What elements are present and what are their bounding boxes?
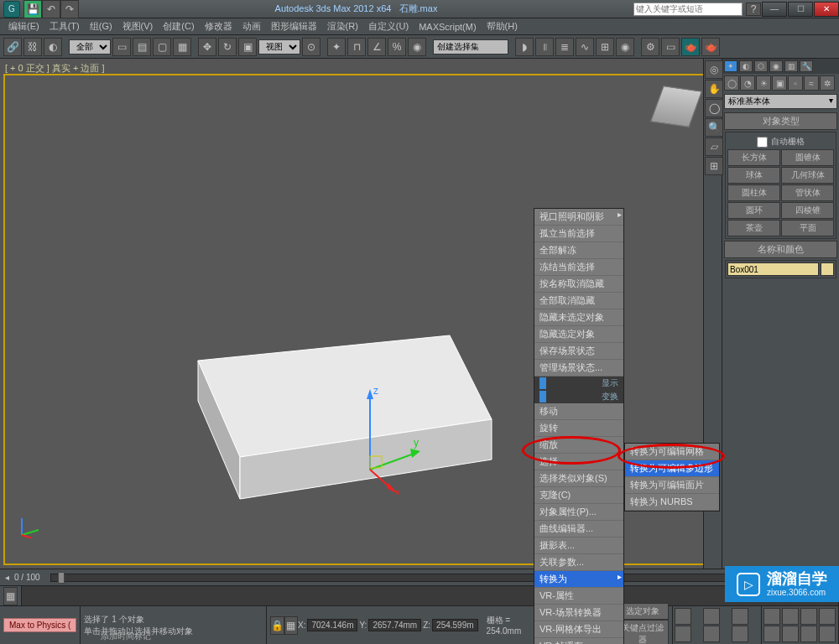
create-cameras-icon[interactable]: ▣ <box>772 75 787 91</box>
ctx-hide-unselected[interactable]: 隐藏未选定对象 <box>534 309 623 326</box>
render-setup-icon[interactable]: ⚙ <box>641 38 659 56</box>
panel-tab-display[interactable]: ▥ <box>784 60 798 72</box>
view-cube[interactable] <box>651 82 701 132</box>
rendered-frame-icon[interactable]: ▭ <box>661 38 680 56</box>
undo-icon[interactable]: ↶ <box>42 0 60 18</box>
goto-start-icon[interactable] <box>675 608 691 625</box>
vp-config-icon[interactable] <box>819 626 836 642</box>
help-search-input[interactable] <box>633 3 743 16</box>
snap-toggle-icon[interactable]: ⊓ <box>347 38 366 56</box>
type-cone[interactable]: 圆锥体 <box>781 149 834 166</box>
transform-gizmo[interactable]: z y x <box>336 377 429 495</box>
ctx-freeze-selection[interactable]: 冻结当前选择 <box>534 259 623 276</box>
help-icon[interactable]: ? <box>746 3 761 16</box>
ctx-vr-props[interactable]: VR-属性 <box>534 588 623 605</box>
ctx-manage-scene-state[interactable]: 管理场景状态... <box>534 360 623 377</box>
ctx-isolate-selection[interactable]: 孤立当前选择 <box>534 226 623 242</box>
minimize-button[interactable]: — <box>762 2 787 17</box>
ref-coord-system[interactable]: 视图 <box>258 39 300 55</box>
type-sphere[interactable]: 球体 <box>727 167 780 184</box>
menu-rendering[interactable]: 渲染(R) <box>322 20 363 33</box>
percent-snap-icon[interactable]: % <box>388 38 406 56</box>
panel-tab-utilities[interactable]: 🔧 <box>800 60 813 72</box>
ctx-unhide-all[interactable]: 全部取消隐藏 <box>534 293 623 309</box>
ctx-select[interactable]: 选择 <box>534 454 623 470</box>
coord-x[interactable]: 7024.146m <box>307 619 357 631</box>
time-config-icon[interactable] <box>732 626 748 642</box>
panel-tab-motion[interactable]: ◉ <box>769 60 783 72</box>
type-pyramid[interactable]: 四棱锥 <box>781 202 834 219</box>
material-icon[interactable]: ◉ <box>616 38 634 56</box>
ctx-unfreeze-all[interactable]: 全部解冻 <box>534 242 623 259</box>
type-geosphere[interactable]: 几何球体 <box>781 167 834 184</box>
ctx-clone[interactable]: 克隆(C) <box>534 487 623 504</box>
ctx-hide-selection[interactable]: 隐藏选定对象 <box>534 326 623 343</box>
auto-grid-checkbox[interactable] <box>757 137 768 148</box>
zoom-all-icon[interactable] <box>763 626 780 642</box>
panel-tab-create[interactable]: ✦ <box>724 60 737 72</box>
steering-wheel-icon[interactable]: ◎ <box>705 60 723 79</box>
type-cylinder[interactable]: 圆柱体 <box>727 184 780 201</box>
create-lights-icon[interactable]: ☀ <box>756 75 771 91</box>
angle-snap-icon[interactable]: ∠ <box>367 38 386 56</box>
orbit-icon[interactable]: ◯ <box>705 99 723 117</box>
ctx-unhide-by-name[interactable]: 按名称取消隐藏 <box>534 276 623 293</box>
prev-frame-icon[interactable] <box>675 626 691 642</box>
menu-tools[interactable]: 工具(T) <box>44 20 85 33</box>
type-torus[interactable]: 圆环 <box>727 202 780 219</box>
object-color-swatch[interactable] <box>821 262 834 276</box>
scale-icon[interactable]: ▣ <box>238 38 257 56</box>
render2-icon[interactable]: 🫖 <box>701 38 720 56</box>
select-name-icon[interactable]: ▤ <box>133 38 151 56</box>
time-slider[interactable]: ◂ 0 / 100 ▸ <box>0 569 839 585</box>
select-region-icon[interactable]: ▢ <box>153 38 171 56</box>
pan2-icon[interactable] <box>800 608 817 625</box>
redo-icon[interactable]: ↷ <box>60 0 79 18</box>
menu-modifiers[interactable]: 修改器 <box>200 20 237 33</box>
layers-icon[interactable]: ≣ <box>555 38 574 56</box>
selection-filter[interactable]: 全部 <box>69 39 111 55</box>
type-plane[interactable]: 平面 <box>781 220 834 236</box>
window-crossing-icon[interactable]: ▦ <box>173 38 191 56</box>
maximize-button[interactable]: ☐ <box>788 2 813 17</box>
create-spacewarps-icon[interactable]: ≈ <box>804 75 819 91</box>
ctx-convert-to[interactable]: 转换为 <box>534 571 623 588</box>
menu-customize[interactable]: 自定义(U) <box>363 20 414 33</box>
panel-tab-modify[interactable]: ◐ <box>739 60 753 72</box>
select-icon[interactable]: ▭ <box>112 38 131 56</box>
rollout-object-type[interactable]: 对象类型 <box>724 112 837 130</box>
zoom-extents-icon[interactable] <box>763 608 780 625</box>
menu-group[interactable]: 组(G) <box>85 20 117 33</box>
key-filters-button[interactable]: 关键点过滤器 <box>617 620 669 645</box>
type-teapot[interactable]: 茶壶 <box>727 220 780 236</box>
pan-icon[interactable]: ✋ <box>705 80 723 98</box>
absolute-mode-icon[interactable]: ▦ <box>284 616 298 635</box>
fov2-icon[interactable] <box>782 626 799 642</box>
move-icon[interactable]: ✥ <box>198 38 216 56</box>
close-button[interactable]: ✕ <box>814 2 839 17</box>
create-geometry-icon[interactable]: ◯ <box>724 75 739 91</box>
pivot-icon[interactable]: ⊙ <box>302 38 320 56</box>
ctx-object-props[interactable]: 对象属性(P)... <box>534 504 623 521</box>
play-icon[interactable] <box>703 608 720 625</box>
menu-help[interactable]: 帮助(H) <box>482 20 523 33</box>
spinner-snap-icon[interactable]: ◉ <box>408 38 426 56</box>
menu-maxscript[interactable]: MAXScript(M) <box>414 22 481 32</box>
panel-tab-hierarchy[interactable]: ⬡ <box>754 60 768 72</box>
unlink-icon[interactable]: ⛓ <box>23 38 42 56</box>
ctx-scale[interactable]: 缩放 <box>534 437 623 454</box>
zoom-region-icon[interactable] <box>782 608 799 625</box>
mirror-icon[interactable]: ◗ <box>515 38 534 56</box>
rollout-name-color[interactable]: 名称和颜色 <box>724 241 837 258</box>
menu-animation[interactable]: 动画 <box>237 20 266 33</box>
bind-icon[interactable]: ◐ <box>44 38 62 56</box>
fov-icon[interactable]: ▱ <box>705 138 723 156</box>
selected-only[interactable]: 选定对象 <box>617 603 669 620</box>
menu-edit[interactable]: 编辑(E) <box>3 20 44 33</box>
ctx-viewport-lighting[interactable]: 视口照明和阴影 <box>534 209 623 226</box>
sub-editable-mesh[interactable]: 转换为可编辑网格 <box>625 444 719 460</box>
maxscript-listener[interactable]: Max to Physics ( <box>3 618 76 632</box>
next-frame-icon[interactable] <box>703 626 720 642</box>
ctx-save-scene-state[interactable]: 保存场景状态 <box>534 343 623 360</box>
coord-y[interactable]: 2657.74mm <box>368 619 421 631</box>
